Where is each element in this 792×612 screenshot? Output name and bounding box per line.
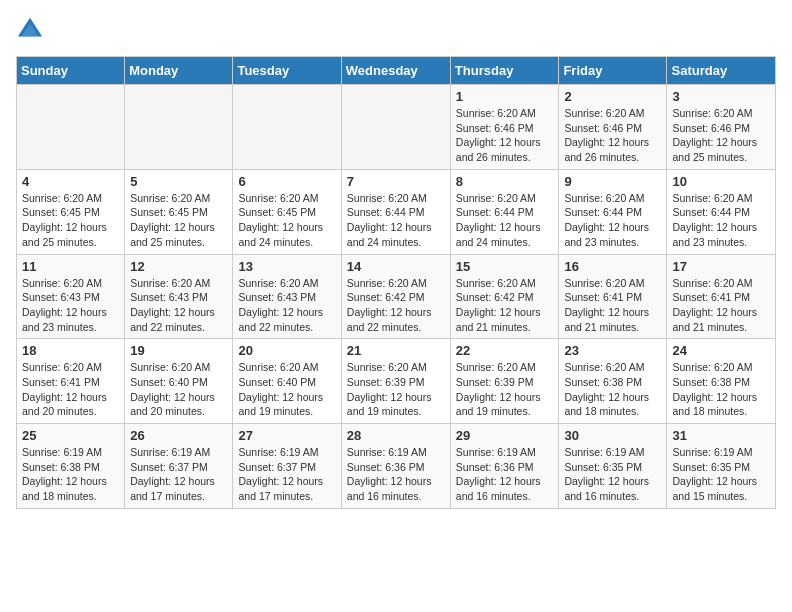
calendar-cell: 17Sunrise: 6:20 AM Sunset: 6:41 PM Dayli… (667, 254, 776, 339)
day-number: 24 (672, 343, 770, 358)
calendar-week-row: 4Sunrise: 6:20 AM Sunset: 6:45 PM Daylig… (17, 169, 776, 254)
day-number: 28 (347, 428, 445, 443)
day-number: 18 (22, 343, 119, 358)
calendar-week-row: 11Sunrise: 6:20 AM Sunset: 6:43 PM Dayli… (17, 254, 776, 339)
day-info: Sunrise: 6:20 AM Sunset: 6:42 PM Dayligh… (456, 276, 554, 335)
calendar-week-row: 18Sunrise: 6:20 AM Sunset: 6:41 PM Dayli… (17, 339, 776, 424)
logo-icon (16, 16, 44, 44)
calendar-cell: 20Sunrise: 6:20 AM Sunset: 6:40 PM Dayli… (233, 339, 341, 424)
day-number: 5 (130, 174, 227, 189)
logo (16, 16, 48, 44)
page-header (16, 16, 776, 44)
day-info: Sunrise: 6:19 AM Sunset: 6:37 PM Dayligh… (130, 445, 227, 504)
day-info: Sunrise: 6:20 AM Sunset: 6:45 PM Dayligh… (22, 191, 119, 250)
calendar-cell: 29Sunrise: 6:19 AM Sunset: 6:36 PM Dayli… (450, 424, 559, 509)
calendar-cell (341, 85, 450, 170)
weekday-header: Wednesday (341, 57, 450, 85)
calendar-cell: 16Sunrise: 6:20 AM Sunset: 6:41 PM Dayli… (559, 254, 667, 339)
day-info: Sunrise: 6:20 AM Sunset: 6:45 PM Dayligh… (130, 191, 227, 250)
day-number: 27 (238, 428, 335, 443)
calendar-cell: 24Sunrise: 6:20 AM Sunset: 6:38 PM Dayli… (667, 339, 776, 424)
calendar-cell: 11Sunrise: 6:20 AM Sunset: 6:43 PM Dayli… (17, 254, 125, 339)
calendar-cell: 19Sunrise: 6:20 AM Sunset: 6:40 PM Dayli… (125, 339, 233, 424)
calendar-cell: 22Sunrise: 6:20 AM Sunset: 6:39 PM Dayli… (450, 339, 559, 424)
day-info: Sunrise: 6:20 AM Sunset: 6:44 PM Dayligh… (456, 191, 554, 250)
day-number: 3 (672, 89, 770, 104)
day-info: Sunrise: 6:20 AM Sunset: 6:40 PM Dayligh… (130, 360, 227, 419)
calendar-cell: 28Sunrise: 6:19 AM Sunset: 6:36 PM Dayli… (341, 424, 450, 509)
calendar-cell: 30Sunrise: 6:19 AM Sunset: 6:35 PM Dayli… (559, 424, 667, 509)
day-info: Sunrise: 6:20 AM Sunset: 6:42 PM Dayligh… (347, 276, 445, 335)
calendar-cell: 31Sunrise: 6:19 AM Sunset: 6:35 PM Dayli… (667, 424, 776, 509)
calendar-week-row: 25Sunrise: 6:19 AM Sunset: 6:38 PM Dayli… (17, 424, 776, 509)
day-info: Sunrise: 6:20 AM Sunset: 6:43 PM Dayligh… (238, 276, 335, 335)
day-number: 8 (456, 174, 554, 189)
day-number: 11 (22, 259, 119, 274)
day-number: 4 (22, 174, 119, 189)
day-info: Sunrise: 6:19 AM Sunset: 6:35 PM Dayligh… (564, 445, 661, 504)
calendar-header-row: SundayMondayTuesdayWednesdayThursdayFrid… (17, 57, 776, 85)
day-info: Sunrise: 6:19 AM Sunset: 6:36 PM Dayligh… (456, 445, 554, 504)
day-info: Sunrise: 6:19 AM Sunset: 6:35 PM Dayligh… (672, 445, 770, 504)
day-number: 26 (130, 428, 227, 443)
day-number: 20 (238, 343, 335, 358)
day-info: Sunrise: 6:20 AM Sunset: 6:38 PM Dayligh… (672, 360, 770, 419)
day-number: 13 (238, 259, 335, 274)
day-info: Sunrise: 6:20 AM Sunset: 6:39 PM Dayligh… (347, 360, 445, 419)
day-number: 23 (564, 343, 661, 358)
calendar-cell: 5Sunrise: 6:20 AM Sunset: 6:45 PM Daylig… (125, 169, 233, 254)
day-number: 1 (456, 89, 554, 104)
day-number: 25 (22, 428, 119, 443)
day-info: Sunrise: 6:20 AM Sunset: 6:41 PM Dayligh… (672, 276, 770, 335)
weekday-header: Friday (559, 57, 667, 85)
calendar-cell: 15Sunrise: 6:20 AM Sunset: 6:42 PM Dayli… (450, 254, 559, 339)
day-number: 15 (456, 259, 554, 274)
weekday-header: Monday (125, 57, 233, 85)
calendar-cell: 4Sunrise: 6:20 AM Sunset: 6:45 PM Daylig… (17, 169, 125, 254)
day-number: 14 (347, 259, 445, 274)
day-info: Sunrise: 6:19 AM Sunset: 6:36 PM Dayligh… (347, 445, 445, 504)
day-info: Sunrise: 6:20 AM Sunset: 6:39 PM Dayligh… (456, 360, 554, 419)
calendar-cell: 12Sunrise: 6:20 AM Sunset: 6:43 PM Dayli… (125, 254, 233, 339)
day-number: 7 (347, 174, 445, 189)
calendar-cell: 21Sunrise: 6:20 AM Sunset: 6:39 PM Dayli… (341, 339, 450, 424)
day-info: Sunrise: 6:19 AM Sunset: 6:37 PM Dayligh… (238, 445, 335, 504)
calendar-cell: 2Sunrise: 6:20 AM Sunset: 6:46 PM Daylig… (559, 85, 667, 170)
day-number: 10 (672, 174, 770, 189)
day-number: 9 (564, 174, 661, 189)
day-number: 2 (564, 89, 661, 104)
day-number: 16 (564, 259, 661, 274)
day-info: Sunrise: 6:20 AM Sunset: 6:46 PM Dayligh… (672, 106, 770, 165)
calendar-cell: 1Sunrise: 6:20 AM Sunset: 6:46 PM Daylig… (450, 85, 559, 170)
calendar-cell: 18Sunrise: 6:20 AM Sunset: 6:41 PM Dayli… (17, 339, 125, 424)
day-info: Sunrise: 6:20 AM Sunset: 6:44 PM Dayligh… (672, 191, 770, 250)
day-number: 22 (456, 343, 554, 358)
calendar-cell (17, 85, 125, 170)
calendar-cell (233, 85, 341, 170)
day-info: Sunrise: 6:20 AM Sunset: 6:44 PM Dayligh… (564, 191, 661, 250)
calendar-cell: 14Sunrise: 6:20 AM Sunset: 6:42 PM Dayli… (341, 254, 450, 339)
day-number: 29 (456, 428, 554, 443)
day-number: 12 (130, 259, 227, 274)
weekday-header: Saturday (667, 57, 776, 85)
day-info: Sunrise: 6:20 AM Sunset: 6:38 PM Dayligh… (564, 360, 661, 419)
calendar-cell: 6Sunrise: 6:20 AM Sunset: 6:45 PM Daylig… (233, 169, 341, 254)
calendar-cell: 27Sunrise: 6:19 AM Sunset: 6:37 PM Dayli… (233, 424, 341, 509)
day-info: Sunrise: 6:20 AM Sunset: 6:41 PM Dayligh… (564, 276, 661, 335)
day-number: 31 (672, 428, 770, 443)
weekday-header: Tuesday (233, 57, 341, 85)
calendar-cell (125, 85, 233, 170)
day-info: Sunrise: 6:20 AM Sunset: 6:40 PM Dayligh… (238, 360, 335, 419)
day-number: 21 (347, 343, 445, 358)
calendar-week-row: 1Sunrise: 6:20 AM Sunset: 6:46 PM Daylig… (17, 85, 776, 170)
day-number: 17 (672, 259, 770, 274)
calendar-cell: 9Sunrise: 6:20 AM Sunset: 6:44 PM Daylig… (559, 169, 667, 254)
day-number: 6 (238, 174, 335, 189)
day-info: Sunrise: 6:19 AM Sunset: 6:38 PM Dayligh… (22, 445, 119, 504)
weekday-header: Thursday (450, 57, 559, 85)
calendar-table: SundayMondayTuesdayWednesdayThursdayFrid… (16, 56, 776, 509)
calendar-cell: 3Sunrise: 6:20 AM Sunset: 6:46 PM Daylig… (667, 85, 776, 170)
calendar-cell: 25Sunrise: 6:19 AM Sunset: 6:38 PM Dayli… (17, 424, 125, 509)
calendar-cell: 8Sunrise: 6:20 AM Sunset: 6:44 PM Daylig… (450, 169, 559, 254)
calendar-cell: 10Sunrise: 6:20 AM Sunset: 6:44 PM Dayli… (667, 169, 776, 254)
